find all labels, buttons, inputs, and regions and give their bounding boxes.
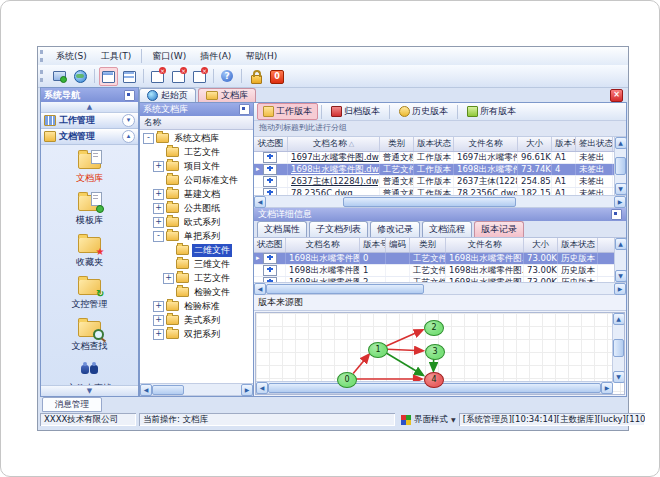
scroll-thumb[interactable] <box>266 284 424 294</box>
lock-icon[interactable] <box>246 67 265 86</box>
documents-vscrollbar[interactable]: ▲ ▼ <box>614 137 626 195</box>
column-header-大小[interactable]: 大小 <box>518 137 552 151</box>
table-row[interactable]: ▸1698出水嘴零件图.dwg工艺文件工作版本1698出水嘴零件图.dwg73.… <box>254 164 615 176</box>
sidebar-expand-button[interactable]: ▼ <box>41 385 138 396</box>
version-node-1[interactable]: 1 <box>368 342 388 358</box>
tree-item-公司标准文件[interactable]: -公司标准文件 <box>140 173 253 187</box>
expand-icon[interactable]: + <box>163 273 174 284</box>
window-grid-icon[interactable] <box>120 67 139 86</box>
version-node-2[interactable]: 2 <box>424 320 444 336</box>
expand-icon[interactable]: + <box>153 301 164 312</box>
tab-起始页[interactable]: 起始页 <box>139 88 196 102</box>
versions-vscrollbar[interactable]: ▲ ▼ <box>614 238 626 282</box>
menu-item-0[interactable]: 系统(S) <box>49 48 94 65</box>
scroll-thumb[interactable] <box>613 339 624 357</box>
tree-item-欧式系列[interactable]: +欧式系列 <box>140 215 253 229</box>
expand-icon[interactable]: + <box>153 315 164 326</box>
expand-icon[interactable]: + <box>153 329 164 340</box>
tree-item-双把系列[interactable]: +双把系列 <box>140 327 253 341</box>
tree-item-公共图纸[interactable]: +公共图纸 <box>140 201 253 215</box>
versions-hscrollbar[interactable]: ◀ ▶ <box>254 282 626 295</box>
tree-item-项目文件[interactable]: +项目文件 <box>140 159 253 173</box>
scroll-left-icon[interactable]: ◀ <box>254 196 266 208</box>
scroll-down-icon[interactable]: ▼ <box>615 270 627 282</box>
column-header-编码[interactable]: 编码 <box>386 238 410 252</box>
chevron-icon[interactable]: ▾ <box>122 114 135 127</box>
collapse-icon[interactable]: - <box>143 133 154 144</box>
sidebar-collapse-button[interactable]: ▲ <box>41 102 138 113</box>
tree-column-header[interactable]: 名称 <box>140 116 253 130</box>
tab-修改记录[interactable]: 修改记录 <box>370 221 420 237</box>
version-node-4[interactable]: 4 <box>424 372 444 388</box>
sidebar-item-文档库[interactable]: 文档库 <box>76 149 104 185</box>
column-header-版本状态[interactable]: 版本状态 <box>558 238 598 252</box>
sidebar-group-1[interactable]: 文档管理▴ <box>41 129 138 145</box>
details-pushpin-icon[interactable] <box>611 209 622 220</box>
tree-item-工艺文件[interactable]: +工艺文件 <box>140 271 253 285</box>
scroll-up-icon[interactable]: ▲ <box>615 238 627 250</box>
column-header-文档名称[interactable]: 文档名称 <box>286 238 360 252</box>
column-header-版本状态[interactable]: 版本状态 <box>414 137 454 151</box>
documents-hscrollbar[interactable]: ◀ ▶ <box>254 195 626 208</box>
scroll-down-icon[interactable]: ▼ <box>615 183 627 195</box>
win-refresh-icon[interactable] <box>169 67 188 86</box>
win-close-icon[interactable] <box>148 67 167 86</box>
version-button-历史版本[interactable]: 历史版本 <box>393 103 454 120</box>
tree-item-二维文件[interactable]: -二维文件 <box>140 243 253 257</box>
scroll-right-icon[interactable]: ▶ <box>601 382 613 394</box>
tab-message-management[interactable]: 消息管理 <box>42 397 102 412</box>
interface-style-dropdown[interactable]: 界面样式 ▼ <box>401 414 456 426</box>
scroll-right-icon[interactable]: ▶ <box>614 283 626 295</box>
scroll-up-icon[interactable]: ▲ <box>615 137 627 149</box>
table-row[interactable]: ▸1698出水嘴零件图.dwg0工艺文件1698出水嘴零件图.dwg73.00K… <box>254 253 615 265</box>
help-icon[interactable] <box>218 67 237 86</box>
version-node-3[interactable]: 3 <box>425 344 445 360</box>
version-button-归档版本[interactable]: 归档版本 <box>325 103 386 120</box>
close-icon[interactable]: × <box>610 89 623 102</box>
tree-item-工艺文件[interactable]: -工艺文件 <box>140 145 253 159</box>
scroll-thumb[interactable] <box>615 157 626 175</box>
scroll-thumb[interactable] <box>343 197 516 207</box>
tree-item-检验标准[interactable]: +检验标准 <box>140 299 253 313</box>
menu-item-4[interactable]: 帮助(H) <box>238 48 284 65</box>
expand-icon[interactable]: + <box>153 203 164 214</box>
column-header-文件名称[interactable]: 文件名称 <box>454 137 518 151</box>
tree-item-检验文件[interactable]: -检验文件 <box>140 285 253 299</box>
tab-文档属性[interactable]: 文档属性 <box>257 221 307 237</box>
scroll-right-icon[interactable]: ▶ <box>614 196 626 208</box>
tab-文档库[interactable]: 文档库 <box>198 88 256 102</box>
table-row[interactable]: 1697出水嘴零件图.dwg普通文档工作版本1697出水嘴零件图.dwg96.6… <box>254 152 615 164</box>
column-header-签出状态[interactable]: 签出状态 <box>576 137 613 151</box>
column-header-状态图[interactable]: 状态图 <box>254 137 288 151</box>
scroll-down-icon[interactable]: ▼ <box>613 371 625 383</box>
sidebar-group-0[interactable]: 工作管理▾ <box>41 113 138 129</box>
expand-icon[interactable]: + <box>153 217 164 228</box>
menu-item-3[interactable]: 插件(A) <box>193 48 238 65</box>
tab-子文档列表[interactable]: 子文档列表 <box>309 221 368 237</box>
sidebar-item-文档查找[interactable]: 文档查找 <box>72 317 108 353</box>
table-row[interactable]: 2637主体(12284).dwg普通文档工作版本2637主体(12284).d… <box>254 176 615 188</box>
version-button-工作版本[interactable]: 工作版本 <box>257 103 318 120</box>
expand-icon[interactable]: + <box>153 161 164 172</box>
sidebar-item-文件夹查找[interactable]: 文件夹查找 <box>67 359 112 385</box>
scroll-left-icon[interactable]: ◀ <box>256 382 268 394</box>
window-icon[interactable] <box>99 67 118 86</box>
column-header-文档名称[interactable]: 文档名称△ <box>288 137 380 151</box>
tree-item-单把系列[interactable]: -单把系列 <box>140 229 253 243</box>
column-header-文件名称[interactable]: 文件名称 <box>446 238 524 252</box>
scroll-left-icon[interactable]: ◀ <box>254 283 266 295</box>
column-header-版本号[interactable]: 版本号 <box>360 238 386 252</box>
collapse-icon[interactable]: - <box>153 231 164 242</box>
sidebar-item-模板库[interactable]: 模板库 <box>76 191 104 227</box>
version-button-所有版本[interactable]: 所有版本 <box>461 103 522 120</box>
version-node-0[interactable]: 0 <box>337 372 357 388</box>
column-header-类别[interactable]: 类别 <box>380 137 414 151</box>
sidebar-item-收藏夹[interactable]: ★收藏夹 <box>76 233 104 269</box>
column-header-版本号[interactable]: 版本号 <box>552 137 576 151</box>
tree-item-三维文件[interactable]: -三维文件 <box>140 257 253 271</box>
column-header-类别[interactable]: 类别 <box>410 238 446 252</box>
power-icon[interactable] <box>267 67 286 86</box>
tree-item-美式系列[interactable]: +美式系列 <box>140 313 253 327</box>
chevron-icon[interactable]: ▴ <box>122 130 135 143</box>
expand-icon[interactable]: + <box>153 189 164 200</box>
